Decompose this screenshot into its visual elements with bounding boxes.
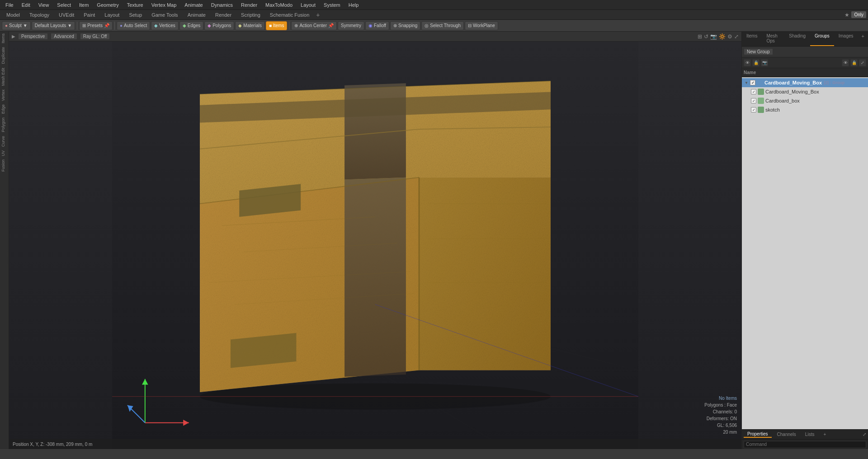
menu-system[interactable]: System [320, 1, 344, 9]
bp-tab-add[interactable]: + [820, 431, 830, 437]
tab-model[interactable]: Model [2, 10, 24, 20]
sidebar-item-vertex[interactable]: Vertex [0, 88, 9, 103]
tab-paint[interactable]: Paint [79, 10, 99, 20]
sidebar-item-uv[interactable]: UV [0, 149, 9, 158]
new-group-button[interactable]: New Group [744, 48, 773, 55]
vertices-button[interactable]: ◆ Vertices [151, 21, 179, 30]
groups-view2-icon[interactable]: 👁 [842, 59, 849, 66]
viewport-settings-icon[interactable]: ⚙ [727, 33, 732, 40]
groups-lock-icon[interactable]: 🔒 [752, 59, 760, 66]
viewport-collapse-icon[interactable]: ▶ [12, 34, 15, 39]
menu-dynamics[interactable]: Dynamics [208, 1, 236, 9]
tree-item-skotch[interactable]: ✓ skotch [742, 105, 868, 114]
presets-button[interactable]: ⊞ Presets 📌 [79, 21, 113, 30]
canvas-area[interactable]: No Items Polygons : Face Channels: 0 Def… [9, 42, 741, 449]
tab-topology[interactable]: Topology [25, 10, 54, 20]
sidebar-item-mesh-edit[interactable]: Mesh Edit [0, 66, 9, 88]
tree-check-mesh2[interactable]: ✓ [751, 98, 756, 103]
menu-edit[interactable]: Edit [18, 1, 34, 9]
rp-tab-add[interactable]: + [858, 32, 868, 46]
bp-tab-properties[interactable]: Properties [744, 431, 772, 438]
tab-game-tools[interactable]: Game Tools [147, 10, 183, 20]
menu-geometry[interactable]: Geometry [93, 1, 122, 9]
menu-maxtomodo[interactable]: MaxToModo [262, 1, 296, 9]
menu-texture[interactable]: Texture [123, 1, 147, 9]
tree-item-mesh1[interactable]: ✓ Cardboard_Moving_Box [742, 87, 868, 96]
sidebar-item-fusion[interactable]: Fusion [0, 158, 9, 173]
menu-render[interactable]: Render [237, 1, 261, 9]
auto-select-icon: ● [120, 23, 123, 28]
tab-animate[interactable]: Animate [183, 10, 210, 20]
tab-uvedit[interactable]: UVEdit [54, 10, 79, 20]
distance-text: 20 mm [704, 429, 737, 436]
tree-item-mesh2[interactable]: ✓ Cardboard_box [742, 96, 868, 105]
tree-view[interactable]: ▼ ✓ Cardboard_Moving_Box (2) : Group ✓ C… [742, 77, 868, 429]
menu-file[interactable]: File [2, 1, 17, 9]
groups-lock2-icon[interactable]: 🔒 [850, 59, 858, 66]
sculpt-button[interactable]: ● Sculpt ▼ [2, 21, 31, 30]
menu-view[interactable]: View [35, 1, 53, 9]
symmetry-button[interactable]: Symmetry [338, 21, 364, 30]
rp-tab-groups[interactable]: Groups [810, 32, 834, 46]
edges-label: Edges [188, 23, 200, 28]
snapping-label: Snapping [398, 23, 417, 28]
tab-scripting[interactable]: Scripting [236, 10, 265, 20]
workplane-button[interactable]: ⊟ WorkPlane [465, 21, 498, 30]
edges-button[interactable]: ◆ Edges [179, 21, 203, 30]
bp-tab-lists[interactable]: Lists [802, 431, 818, 437]
rp-tab-mesh-ops[interactable]: Mesh Ops [762, 32, 784, 46]
ray-gl-button[interactable]: Ray GL: Off [80, 33, 110, 40]
groups-eye-icon[interactable]: 👁 [744, 59, 751, 66]
skotch-label: skotch [765, 107, 780, 112]
sidebar-item-duplicate[interactable]: Duplicate [0, 45, 9, 66]
rp-tab-shading[interactable]: Shading [784, 32, 810, 46]
select-through-button[interactable]: ◎ Select Through [421, 21, 464, 30]
sidebar-item-edge[interactable]: Edge [0, 103, 9, 116]
default-layouts-button[interactable]: Default Layouts ▼ [32, 21, 75, 30]
tree-arrow-group[interactable]: ▼ [744, 80, 749, 85]
items-button[interactable]: ■ Items [266, 21, 288, 30]
menu-vertex-map[interactable]: Vertex Map [148, 1, 180, 9]
viewport-expand-icon[interactable]: ⤢ [734, 33, 739, 40]
only-button[interactable]: Only [851, 11, 866, 18]
perspective-button[interactable]: Perspective [18, 33, 48, 40]
bp-tab-channels[interactable]: Channels [774, 431, 800, 437]
tab-setup[interactable]: Setup [124, 10, 146, 20]
action-center-button[interactable]: ⊕ Action Center 📌 [291, 21, 337, 30]
menu-help[interactable]: Help [345, 1, 363, 9]
auto-select-button[interactable]: ● Auto Select [117, 21, 150, 30]
sidebar-item-items[interactable]: Items [0, 32, 9, 45]
tab-render[interactable]: Render [211, 10, 236, 20]
viewport-shading-icon[interactable]: 🔆 [719, 33, 726, 40]
polygons-button[interactable]: ◆ Polygons [204, 21, 234, 30]
bp-expand-icon[interactable]: ⤢ [863, 432, 866, 437]
tab-schematic-fusion[interactable]: Schematic Fusion [265, 10, 314, 20]
sidebar-item-polygon[interactable]: Polygon [0, 116, 9, 134]
tab-add-button[interactable]: + [316, 11, 320, 19]
menu-item[interactable]: Item [75, 1, 92, 9]
rp-tab-images[interactable]: Images [834, 32, 858, 46]
viewport-camera-icon[interactable]: 📷 [710, 33, 717, 40]
menu-layout[interactable]: Layout [297, 1, 319, 9]
groups-expand-icon[interactable]: ⤢ [859, 59, 866, 66]
menu-select[interactable]: Select [53, 1, 75, 9]
tree-check-mesh1[interactable]: ✓ [751, 89, 756, 94]
falloff-button[interactable]: ◉ Falloff [365, 21, 389, 30]
deformers-text: Deformers: ON [704, 415, 737, 422]
tree-check-group[interactable]: ✓ [750, 80, 755, 85]
materials-button[interactable]: ◆ Materials [235, 21, 265, 30]
groups-render-icon[interactable]: 📷 [761, 59, 768, 66]
sidebar-item-curve[interactable]: Curve [0, 134, 9, 149]
viewport-maximize-icon[interactable]: ⊞ [698, 33, 702, 40]
viewport-sync-icon[interactable]: ↺ [704, 33, 708, 40]
tree-check-skotch[interactable]: ✓ [751, 107, 756, 112]
menu-animate[interactable]: Animate [181, 1, 206, 9]
group-label: Cardboard_Moving_Box [764, 80, 822, 85]
snapping-button[interactable]: ⊛ Snapping [390, 21, 420, 30]
rp-tab-items[interactable]: Items [742, 32, 762, 46]
right-panel-tabs: Items Mesh Ops Shading Groups Images + [742, 32, 868, 47]
command-input[interactable] [744, 441, 866, 448]
tab-layout[interactable]: Layout [100, 10, 124, 20]
tree-item-group[interactable]: ▼ ✓ Cardboard_Moving_Box (2) : Group [742, 78, 868, 87]
advanced-button[interactable]: Advanced [51, 33, 77, 40]
